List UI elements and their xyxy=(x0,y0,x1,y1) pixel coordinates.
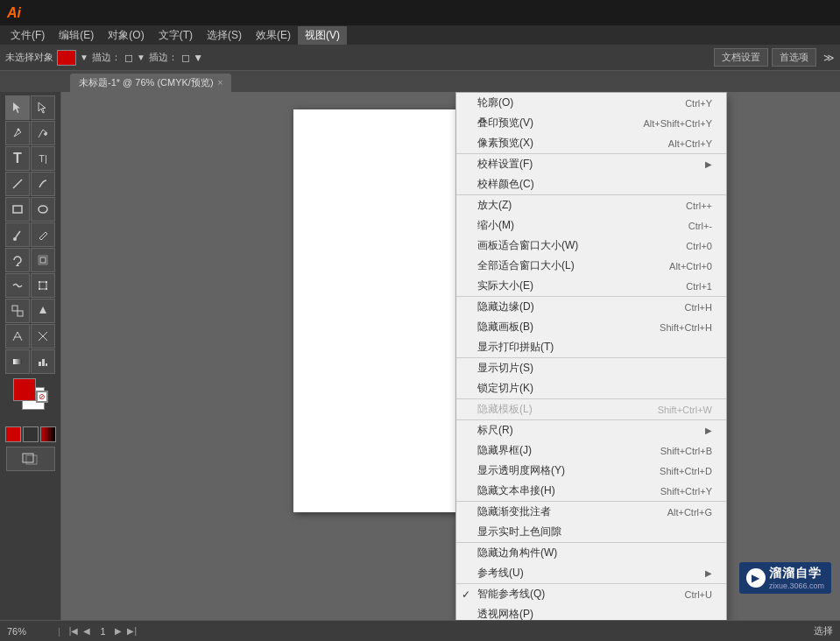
menu-item-rulers[interactable]: 标尺(R) ▶ xyxy=(456,420,726,440)
select-tool[interactable] xyxy=(5,95,30,120)
menu-label: 显示切片(S) xyxy=(477,361,712,376)
menu-item-zoom-in[interactable]: 放大(Z) Ctrl++ xyxy=(456,195,726,215)
pen-tool[interactable] xyxy=(5,121,30,145)
fill-color-swatch[interactable] xyxy=(13,378,36,401)
view-menu-dropdown: 轮廓(O) Ctrl+Y 叠印预览(V) Alt+Shift+Ctrl+Y 像素… xyxy=(455,92,727,620)
menu-item-fit-artboard[interactable]: 画板适合窗口大小(W) Ctrl+0 xyxy=(456,236,726,256)
fill-swatch[interactable] xyxy=(57,50,76,66)
line-tool[interactable] xyxy=(5,172,30,196)
misc-tool-row xyxy=(6,447,55,471)
mesh-tool[interactable] xyxy=(31,324,55,349)
rotate-tool[interactable] xyxy=(5,248,30,272)
tool-row-6 xyxy=(5,222,55,247)
prev-page-button[interactable]: ◀ xyxy=(81,626,92,636)
menu-select[interactable]: 选择(S) xyxy=(200,26,249,45)
menu-effect[interactable]: 效果(E) xyxy=(249,26,298,45)
ellipse-tool[interactable] xyxy=(31,197,55,222)
menu-object[interactable]: 对象(O) xyxy=(101,26,151,45)
menu-section-zoom: 放大(Z) Ctrl++ 缩小(M) Ctrl+- 画板适合窗口大小(W) Ct… xyxy=(456,195,726,297)
arrow-icon: ▼ xyxy=(80,53,88,62)
menu-item-hide-artboards[interactable]: 隐藏画板(B) Shift+Ctrl+H xyxy=(456,317,726,337)
menu-item-smart-guides[interactable]: ✓ 智能参考线(Q) Ctrl+U xyxy=(456,584,726,604)
menu-shortcut: Ctrl+1 xyxy=(686,281,712,292)
menu-item-actual-size[interactable]: 实际大小(E) Ctrl+1 xyxy=(456,276,726,296)
gradient-tool[interactable] xyxy=(5,349,30,374)
menu-item-overprint-preview[interactable]: 叠印预览(V) Alt+Shift+Ctrl+Y xyxy=(456,113,726,133)
menu-label: 参考线(U) xyxy=(477,566,705,581)
menu-text[interactable]: 文字(T) xyxy=(152,26,200,45)
menu-section-hide-show: 隐藏边缘(D) Ctrl+H 隐藏画板(B) Shift+Ctrl+H 显示打印… xyxy=(456,297,726,358)
add-anchor-tool[interactable] xyxy=(31,121,55,145)
type-tool[interactable]: T xyxy=(5,146,30,171)
document-tab[interactable]: 未标题-1* @ 76% (CMYK/预览) × xyxy=(70,74,231,92)
menu-item-guides[interactable]: 参考线(U) ▶ xyxy=(456,563,726,583)
menu-label: 隐藏边缘(D) xyxy=(477,299,667,314)
menu-view[interactable]: 视图(V) xyxy=(298,26,347,45)
menu-item-lock-slices[interactable]: 锁定切片(K) xyxy=(456,378,726,398)
menu-item-hide-corner-widget[interactable]: 隐藏边角构件(W) xyxy=(456,543,726,563)
menu-shortcut: Ctrl+- xyxy=(688,221,712,231)
shape-builder-tool[interactable] xyxy=(5,299,30,323)
gradient-swatch[interactable] xyxy=(40,426,56,442)
bar-chart-tool[interactable] xyxy=(31,349,55,374)
first-page-button[interactable]: |◀ xyxy=(67,626,81,636)
foreground-mini-swatch[interactable] xyxy=(5,426,21,442)
preferences-button[interactable]: 首选项 xyxy=(772,48,816,67)
submenu-arrow: ▶ xyxy=(705,426,712,435)
menu-item-proof-setup[interactable]: 校样设置(F) ▶ xyxy=(456,154,726,174)
menu-section-smart-guides: ✓ 智能参考线(Q) Ctrl+U 透视网格(P) xyxy=(456,584,726,620)
menu-item-show-transparency-grid[interactable]: 显示透明度网格(Y) Shift+Ctrl+D xyxy=(456,461,726,481)
arc-tool[interactable] xyxy=(31,172,55,196)
rect-tool[interactable] xyxy=(5,197,30,222)
menu-item-perspective-grid[interactable]: 透视网格(P) xyxy=(456,604,726,620)
svg-rect-26 xyxy=(42,359,45,366)
menu-section-rulers: 标尺(R) ▶ 隐藏界框(J) Shift+Ctrl+B 显示透明度网格(Y) … xyxy=(456,420,726,502)
direct-select-tool[interactable] xyxy=(31,95,55,120)
menu-item-fit-all[interactable]: 全部适合窗口大小(L) Alt+Ctrl+0 xyxy=(456,256,726,276)
menu-label: 隐藏界框(J) xyxy=(477,443,643,458)
scale-tool[interactable] xyxy=(31,248,55,272)
paintbrush-tool[interactable] xyxy=(5,222,30,247)
none-swatch[interactable]: ⊘ xyxy=(36,391,48,403)
artboard-tool[interactable] xyxy=(6,447,55,471)
menu-item-zoom-out[interactable]: 缩小(M) Ctrl+- xyxy=(456,215,726,236)
menu-item-hide-template[interactable]: 隐藏模板(L) Shift+Ctrl+W xyxy=(456,399,726,419)
menu-item-hide-gradient-annotator[interactable]: 隐藏渐变批注者 Alt+Ctrl+G xyxy=(456,502,726,522)
submenu-arrow: ▶ xyxy=(705,159,712,169)
warp-tool[interactable] xyxy=(5,273,30,298)
stroke-arrow-icon: ▼ xyxy=(137,53,145,62)
svg-rect-15 xyxy=(39,288,40,290)
menu-item-outline[interactable]: 轮廓(O) Ctrl+Y xyxy=(456,93,726,113)
stroke-swatch: ◻ xyxy=(124,52,133,64)
menu-item-show-live-paint-gaps[interactable]: 显示实时上色间隙 xyxy=(456,522,726,542)
watermark-inner: ▶ 溜溜自学 zixue.3066.com xyxy=(746,566,824,590)
next-page-button[interactable]: ▶ xyxy=(113,626,124,636)
svg-rect-18 xyxy=(18,311,23,316)
menu-shortcut: Shift+Ctrl+Y xyxy=(660,486,712,497)
free-transform-tool[interactable] xyxy=(31,273,55,298)
menu-item-show-print-tiling[interactable]: 显示打印拼贴(T) xyxy=(456,337,726,357)
doc-settings-button[interactable]: 文档设置 xyxy=(714,48,768,67)
menu-shortcut: Ctrl+Y xyxy=(685,98,712,109)
menu-file[interactable]: 文件(F) xyxy=(4,26,52,45)
perspective-grid-tool[interactable] xyxy=(5,324,30,349)
menu-label: 校样颜色(C) xyxy=(477,177,712,192)
divider: | xyxy=(58,626,60,637)
menu-item-show-slices[interactable]: 显示切片(S) xyxy=(456,358,726,378)
tab-close-button[interactable]: × xyxy=(218,78,223,88)
menu-item-pixel-preview[interactable]: 像素预览(X) Alt+Ctrl+Y xyxy=(456,133,726,153)
menu-label: 缩小(M) xyxy=(477,218,671,233)
live-paint-tool[interactable] xyxy=(31,299,55,323)
area-type-tool[interactable]: T| xyxy=(31,146,55,171)
swatch2[interactable] xyxy=(23,426,39,442)
menu-item-hide-text-threads[interactable]: 隐藏文本串接(H) Shift+Ctrl+Y xyxy=(456,481,726,501)
menu-item-hide-bounding-box[interactable]: 隐藏界框(J) Shift+Ctrl+B xyxy=(456,440,726,461)
menu-item-proof-colors[interactable]: 校样颜色(C) xyxy=(456,174,726,194)
tool-row-2 xyxy=(5,121,55,145)
menu-item-hide-edges[interactable]: 隐藏边缘(D) Ctrl+H xyxy=(456,297,726,317)
expand-icon[interactable]: ≫ xyxy=(823,52,835,64)
pencil-tool[interactable] xyxy=(31,222,55,247)
last-page-button[interactable]: ▶| xyxy=(125,626,138,636)
watermark-text: 溜溜自学 zixue.3066.com xyxy=(769,566,824,590)
menu-edit[interactable]: 编辑(E) xyxy=(52,26,101,45)
